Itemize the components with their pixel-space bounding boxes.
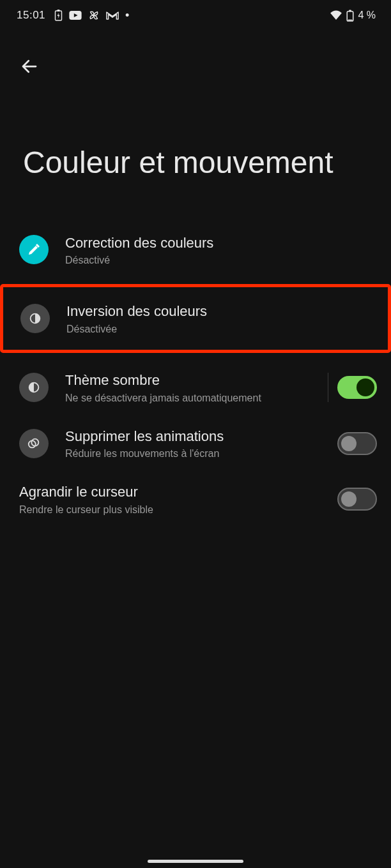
row-color-correction[interactable]: Correction des couleurs Désactivé (0, 222, 391, 278)
svg-rect-4 (349, 10, 352, 11)
row-subtitle: Rendre le curseur plus visible (19, 504, 337, 516)
battery-outline-icon (346, 10, 354, 22)
wifi-icon (330, 10, 342, 20)
row-title: Agrandir le curseur (19, 483, 337, 502)
status-bar: 15:01 • 4 % (0, 0, 391, 28)
row-title: Correction des couleurs (65, 234, 377, 253)
row-title: Thème sombre (65, 371, 321, 390)
arrow-left-icon (20, 57, 39, 76)
status-left: 15:01 • (17, 9, 129, 22)
row-title: Inversion des couleurs (66, 302, 376, 321)
row-text: Inversion des couleurs Désactivée (66, 302, 376, 335)
row-subtitle: Désactivée (66, 324, 376, 335)
row-text: Agrandir le curseur Rendre le curseur pl… (19, 483, 337, 516)
svg-rect-1 (57, 10, 60, 11)
remove-animations-switch[interactable] (337, 432, 377, 455)
invert-colors-icon (20, 304, 50, 333)
large-cursor-switch[interactable] (337, 488, 377, 511)
page-title: Couleur et mouvement (0, 82, 391, 181)
status-time: 15:01 (17, 9, 45, 22)
row-subtitle: Réduire les mouvements à l'écran (65, 448, 337, 460)
status-right: 4 % (330, 10, 376, 22)
row-subtitle: Désactivé (65, 255, 377, 266)
row-title: Supprimer les animations (65, 427, 337, 446)
gesture-handle[interactable] (148, 860, 243, 863)
row-large-cursor[interactable]: Agrandir le curseur Rendre le curseur pl… (0, 471, 391, 527)
contrast-icon (19, 373, 49, 402)
dark-theme-switch[interactable] (337, 376, 377, 399)
back-button[interactable] (14, 51, 45, 82)
row-text: Thème sombre Ne se désactivera jamais au… (65, 371, 321, 404)
gmail-icon (106, 11, 119, 20)
row-dark-theme[interactable]: Thème sombre Ne se désactivera jamais au… (0, 359, 391, 415)
animations-icon (19, 429, 49, 458)
battery-charging-icon (54, 10, 63, 21)
eyedropper-icon (19, 235, 49, 264)
row-remove-animations[interactable]: Supprimer les animations Réduire les mou… (0, 415, 391, 472)
settings-list: Correction des couleurs Désactivé Invers… (0, 181, 391, 527)
more-notifications-dot: • (125, 10, 129, 21)
battery-percent: 4 % (358, 10, 376, 21)
row-subtitle: Ne se désactivera jamais automatiquement (65, 393, 321, 404)
row-text: Correction des couleurs Désactivé (65, 234, 377, 267)
divider (328, 373, 328, 402)
youtube-icon (69, 11, 82, 20)
svg-rect-5 (348, 19, 353, 20)
row-color-inversion[interactable]: Inversion des couleurs Désactivée (1, 285, 390, 352)
pinwheel-icon (88, 10, 100, 21)
row-text: Supprimer les animations Réduire les mou… (65, 427, 337, 460)
